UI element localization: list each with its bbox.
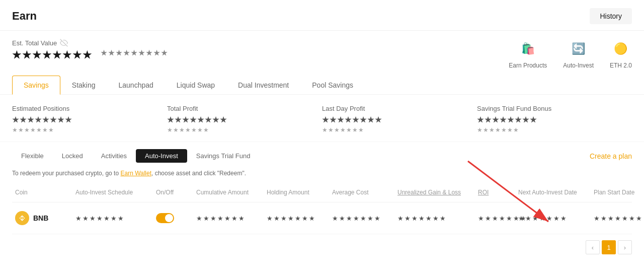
earn-products-icon: 🛍️ [518, 39, 538, 59]
sub-tabs-section: Flexible Locked Activities Auto-Invest S… [0, 142, 644, 168]
th-onoff: On/Off [153, 187, 193, 198]
est-value-primary: ★★★★★★★★ [12, 49, 93, 61]
prev-page-button[interactable]: ‹ [586, 240, 600, 254]
product-auto-invest[interactable]: 🔄 Auto-Invest [563, 39, 594, 69]
page-title: Earn [12, 10, 37, 23]
earn-wallet-link[interactable]: Earn Wallet [120, 170, 151, 177]
table-container: Coin Auto-Invest Schedule On/Off Cumulat… [0, 183, 644, 234]
coin-cell: BNB [15, 211, 69, 225]
tab-staking[interactable]: Staking [60, 76, 107, 95]
eth2-label: ETH 2.0 [610, 62, 632, 69]
stat-last-day-profit: Last Day Profit ★★★★★★★★ ★★★★★★★ [322, 105, 477, 133]
stat-estimated-positions-sub: ★★★★★★★ [12, 126, 167, 133]
sub-tab-savings-trial-fund[interactable]: Savings Trial Fund [187, 149, 260, 163]
stat-total-profit-label: Total Profit [167, 105, 322, 112]
sub-tab-auto-invest[interactable]: Auto-Invest [136, 149, 187, 163]
stat-last-day-profit-value: ★★★★★★★★ [322, 115, 477, 124]
autoinvest-toggle[interactable] [156, 213, 174, 223]
th-coin: Coin [12, 187, 72, 198]
products-row: 🛍️ Earn Products 🔄 Auto-Invest 🟡 ETH 2.0 [509, 39, 632, 69]
est-value-secondary: ★★★★★★★★★ [101, 49, 169, 61]
hide-icon[interactable] [60, 39, 68, 47]
est-value-section: Est. Total Value ★★★★★★★★ ★★★★★★★★★ 🛍️ E… [0, 31, 644, 75]
page-container: Earn History Est. Total Value ★★★★★★★★ ★… [0, 0, 644, 274]
td-plan-start: ★★★★★★★ [591, 213, 644, 224]
th-plan-start: Plan Start Date [591, 187, 644, 198]
td-unrealized: ★★★★★★★ [394, 213, 475, 224]
td-toggle [153, 211, 193, 225]
table-header: Coin Auto-Invest Schedule On/Off Cumulat… [12, 183, 632, 202]
pagination: ‹ 1 › [0, 234, 644, 260]
tab-liquid-swap[interactable]: Liquid Swap [165, 76, 226, 95]
tab-savings[interactable]: Savings [12, 76, 60, 95]
stats-row: Estimated Positions ★★★★★★★★ ★★★★★★★ Tot… [0, 95, 644, 142]
th-holding: Holding Amount [264, 187, 329, 198]
page-1-button[interactable]: 1 [602, 240, 616, 254]
th-cumulative: Cumulative Amount [193, 187, 264, 198]
td-cumulative: ★★★★★★★ [193, 213, 264, 224]
main-tabs: Savings Staking Launchpad Liquid Swap Du… [12, 75, 632, 94]
redeem-notice: To redeem your purchased crypto, go to E… [0, 168, 644, 183]
td-holding: ★★★★★★★ [264, 213, 329, 224]
stat-last-day-profit-sub: ★★★★★★★ [322, 126, 477, 133]
stat-last-day-profit-label: Last Day Profit [322, 105, 477, 112]
th-roi[interactable]: ROI [475, 187, 515, 198]
stat-total-profit-value: ★★★★★★★★ [167, 115, 322, 124]
td-schedule: ★★★★★★★ [72, 213, 153, 224]
header: Earn History [0, 0, 644, 31]
stat-savings-trial-value: ★★★★★★★★ [477, 115, 632, 124]
sub-tab-locked[interactable]: Locked [53, 149, 92, 163]
table-row: BNB ★★★★★★★ ★★★★★★★ ★★★★★★★ ★★★★★★★ ★★★★… [12, 202, 632, 234]
td-roi: ★★★★★★★ [475, 213, 515, 224]
stat-savings-trial-label: Savings Trial Fund Bonus [477, 105, 632, 112]
est-value-left: Est. Total Value ★★★★★★★★ ★★★★★★★★★ [12, 39, 169, 61]
main-tabs-section: Savings Staking Launchpad Liquid Swap Du… [0, 75, 644, 95]
sub-tabs: Flexible Locked Activities Auto-Invest S… [12, 149, 259, 163]
create-plan-link[interactable]: Create a plan [590, 152, 632, 160]
stat-savings-trial-sub: ★★★★★★★ [477, 126, 632, 133]
stat-estimated-positions-value: ★★★★★★★★ [12, 115, 167, 124]
sub-tab-flexible[interactable]: Flexible [12, 149, 53, 163]
bnb-icon [15, 211, 29, 225]
toggle-wrap [156, 213, 190, 223]
auto-invest-icon: 🔄 [569, 39, 589, 59]
toggle-ball [165, 214, 173, 222]
stat-estimated-positions: Estimated Positions ★★★★★★★★ ★★★★★★★ [12, 105, 167, 133]
eth2-icon: 🟡 [611, 39, 631, 59]
history-button[interactable]: History [590, 8, 632, 24]
th-schedule: Auto-Invest Schedule [72, 187, 153, 198]
est-value-numbers: ★★★★★★★★ ★★★★★★★★★ [12, 49, 169, 61]
tab-pool-savings[interactable]: Pool Savings [300, 76, 365, 95]
stat-total-profit: Total Profit ★★★★★★★★ ★★★★★★★ [167, 105, 322, 133]
stat-total-profit-sub: ★★★★★★★ [167, 126, 322, 133]
earn-products-label: Earn Products [509, 62, 547, 69]
stat-savings-trial-fund-bonus: Savings Trial Fund Bonus ★★★★★★★★ ★★★★★★… [477, 105, 632, 133]
coin-name: BNB [33, 214, 48, 222]
td-coin: BNB [12, 209, 72, 227]
stat-estimated-positions-label: Estimated Positions [12, 105, 167, 112]
auto-invest-label: Auto-Invest [563, 62, 594, 69]
th-unrealized[interactable]: Unrealized Gain & Loss [394, 187, 475, 198]
tab-dual-investment[interactable]: Dual Investment [226, 76, 300, 95]
product-eth2[interactable]: 🟡 ETH 2.0 [610, 39, 632, 69]
th-avg-cost: Average Cost [329, 187, 394, 198]
est-value-label: Est. Total Value [12, 39, 169, 47]
sub-tab-activities[interactable]: Activities [92, 149, 136, 163]
product-earn-products[interactable]: 🛍️ Earn Products [509, 39, 547, 69]
tab-launchpad[interactable]: Launchpad [107, 76, 165, 95]
next-page-button[interactable]: › [618, 240, 632, 254]
td-avg-cost: ★★★★★★★ [329, 213, 394, 224]
td-next-date: ★★★★★★★ [515, 213, 591, 224]
th-next-date: Next Auto-Invest Date [515, 187, 591, 198]
